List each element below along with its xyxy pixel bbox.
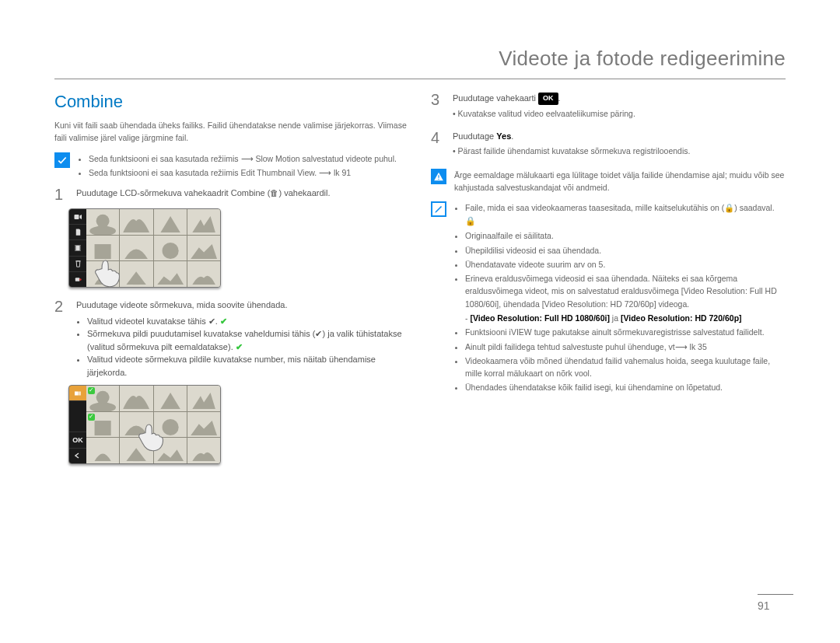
note-item: Videokaamera võib mõned ühendatud failid… xyxy=(465,355,786,380)
thumbnail-grid-2: OK xyxy=(68,385,221,464)
svg-rect-20 xyxy=(438,179,439,180)
cells xyxy=(86,209,220,287)
page-title: Videote ja fotode redigeerimine xyxy=(54,47,786,71)
thumbnail-grid-1 xyxy=(68,208,221,288)
svg-rect-13 xyxy=(78,391,81,395)
tip-line-2: Seda funktsiooni ei saa kasutada režiimi… xyxy=(89,166,409,179)
check-icon: ✔ xyxy=(236,342,243,351)
check-note-icon xyxy=(54,152,70,168)
svg-rect-11 xyxy=(133,278,139,285)
svg-rect-9 xyxy=(95,244,111,259)
yes-label: Yes xyxy=(496,131,511,141)
svg-rect-3 xyxy=(75,246,76,251)
cells xyxy=(86,386,220,463)
note-item: Originaalfaile ei säilitata. xyxy=(465,229,786,242)
side-btn-back-icon[interactable] xyxy=(69,449,86,463)
svg-rect-19 xyxy=(438,175,439,178)
svg-rect-0 xyxy=(75,215,79,219)
svg-point-15 xyxy=(96,391,110,404)
svg-rect-16 xyxy=(95,421,111,435)
svg-rect-5 xyxy=(75,278,79,281)
svg-point-17 xyxy=(162,419,178,435)
note-item: Ühendatavate videote suurim arv on 5. xyxy=(465,258,786,271)
right-column: 3 Puudutage vahekaarti OK. • Kuvatakse v… xyxy=(431,92,786,475)
lock-icon: 🔒 xyxy=(465,215,476,228)
section-title: Combine xyxy=(54,92,409,112)
svg-point-10 xyxy=(162,243,178,259)
side-btn-trash-icon[interactable] xyxy=(69,257,86,272)
note-item: Ühepildilisi videosid ei saa ühendada. xyxy=(465,244,786,257)
tip-line-1: Seda funktsiooni ei saa kasutada režiimi… xyxy=(89,152,409,165)
svg-point-6 xyxy=(79,278,81,281)
intro-paragraph: Kuni viit faili saab ühendada üheks fail… xyxy=(54,120,409,145)
step-2-text: Puudutage videote sõrmekuva, mida soovit… xyxy=(76,299,409,379)
step-2-number: 2 xyxy=(54,299,68,379)
pencil-note-icon xyxy=(431,201,446,217)
side-btn-ok[interactable]: OK xyxy=(69,432,86,448)
step2-bullet-1: Valitud videotel kuvatakse tähis ✔. ✔ xyxy=(87,315,409,328)
svg-rect-4 xyxy=(80,246,82,251)
check-icon: ✔ xyxy=(220,316,227,326)
step-1-text: Puudutage LCD-sõrmekuva vahekaadrit Comb… xyxy=(76,187,409,202)
warning-text: Ärge eemaldage mälukaarti ega lülitage t… xyxy=(454,169,786,194)
note-item: Ühendades ühendatakse kõik failid isegi,… xyxy=(465,381,786,393)
note-item: Faile, mida ei saa videokaameras taasesi… xyxy=(465,201,786,228)
svg-marker-1 xyxy=(80,215,82,219)
step-3-number: 3 xyxy=(431,92,445,125)
note-item: Funktsiooni iVIEW tuge pakutakse ainult … xyxy=(465,326,786,338)
svg-point-8 xyxy=(96,215,110,228)
side-btn-film-icon[interactable] xyxy=(69,240,86,256)
svg-rect-18 xyxy=(133,455,139,461)
res-a: [Video Resolution: Full HD 1080/60i] xyxy=(470,313,610,323)
svg-rect-12 xyxy=(75,391,78,395)
side-btn-combine-icon[interactable] xyxy=(69,386,86,401)
side-btn-rec-icon[interactable] xyxy=(69,272,86,287)
step-3-text: Puudutage vahekaarti OK. • Kuvatakse val… xyxy=(453,92,786,125)
divider xyxy=(54,79,786,79)
warning-icon xyxy=(431,169,446,184)
step-4-text: Puudutage Yes. • Pärast failide ühendami… xyxy=(453,130,786,162)
note-text-1: Seda funktsiooni ei saa kasutada režiimi… xyxy=(78,152,409,181)
step2-bullet-3: Valitud videote sõrmekuva pildile kuvata… xyxy=(87,353,409,379)
note-item: Ainult pildi failidega tehtud salvestust… xyxy=(465,341,786,353)
step-4-number: 4 xyxy=(431,130,445,162)
notes-list: Faile, mida ei saa videokaameras taasesi… xyxy=(454,201,786,395)
note-item: Erineva eraldusvõimega videosid ei saa ü… xyxy=(465,272,786,324)
res-b: [Video Resolution: HD 720/60p] xyxy=(621,313,742,323)
side-btn-video-icon[interactable] xyxy=(69,209,86,225)
page-number: 91 xyxy=(758,594,793,612)
side-btn-sd-icon[interactable] xyxy=(69,225,86,240)
left-column: Combine Kuni viit faili saab ühendada üh… xyxy=(54,92,409,475)
step-1-number: 1 xyxy=(54,187,68,202)
step2-bullet-2: Sõrmekuva pildi puudutamisel kuvatakse v… xyxy=(87,327,409,353)
ok-badge: OK xyxy=(538,93,558,105)
